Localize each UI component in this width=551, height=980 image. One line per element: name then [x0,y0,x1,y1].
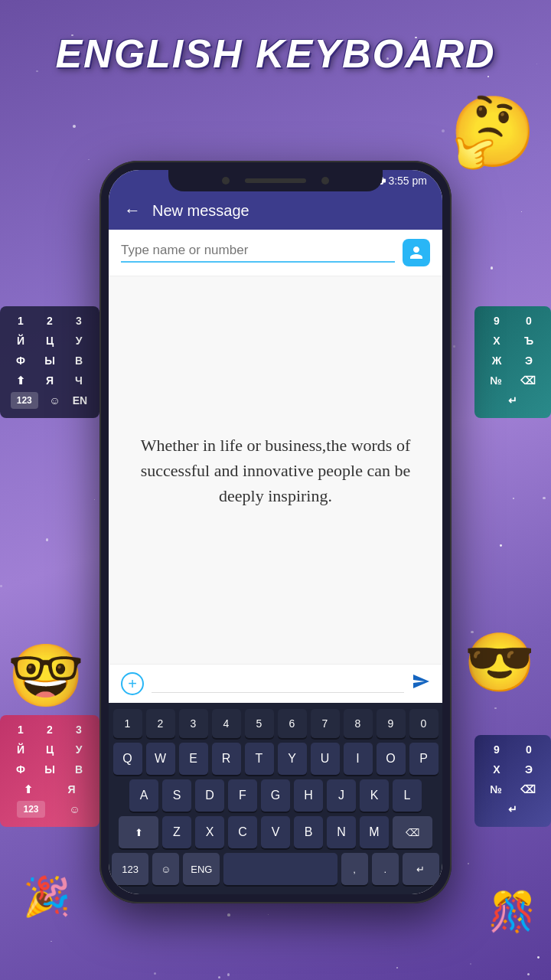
language-key[interactable]: ENG [183,853,220,885]
to-field-container[interactable] [109,230,442,276]
phone-screen: 3:55 pm ← New message Whether in life or… [109,170,442,894]
side-keyboard-left-bottom: 1 2 3 Й Ц У Ф Ы В ⬆ Я 123 ☺ [0,715,99,827]
key-c[interactable]: C [228,816,257,848]
key-b[interactable]: B [294,816,323,848]
asdf-row: A S D F G H J K L [112,779,439,812]
side-key: Ж [489,352,504,369]
key-3[interactable]: 3 [179,709,208,738]
key-2[interactable]: 2 [146,709,175,738]
side-key: Х [489,761,504,778]
side-key: Ъ [521,332,536,349]
bottom-key-row: 123 ☺ ENG , . ↵ [112,853,439,885]
side-key: 0 [521,741,536,758]
side-key: В [71,352,86,369]
key-d[interactable]: D [195,779,224,812]
message-area: Whether in life or business,the words of… [109,276,442,664]
key-n[interactable]: N [327,816,356,848]
side-key: Ф [13,352,28,369]
side-key: 9 [489,312,504,329]
side-keyboard-left-top: 1 2 3 Й Ц У Ф Ы В ⬆ Я Ч 123 ☺ EN [0,306,99,418]
navigation-bar: ← New message [109,191,442,230]
side-key: Я [42,372,57,389]
key-t[interactable]: T [245,743,274,775]
side-key: 2 [42,312,57,329]
numbers-switch-key[interactable]: 123 [112,853,148,885]
key-4[interactable]: 4 [212,709,241,738]
key-m[interactable]: M [360,816,389,848]
contact-add-icon[interactable] [403,239,430,266]
side-key: Я [64,781,80,798]
phone-frame: 3:55 pm ← New message Whether in life or… [99,161,452,903]
side-key: ↵ [505,392,520,409]
key-5[interactable]: 5 [245,709,274,738]
shift-key[interactable]: ⬆ [119,816,158,848]
message-input[interactable] [152,675,404,693]
side-key: ⌫ [519,781,537,798]
side-key: 2 [42,721,57,738]
side-key: № [488,372,504,389]
add-attachment-button[interactable]: + [121,672,144,695]
side-key: 1 [13,721,28,738]
input-bar: + [109,664,442,703]
back-button[interactable]: ← [124,201,141,220]
side-key: Х [489,332,504,349]
key-9[interactable]: 9 [377,709,406,738]
confetti-left: 🎉 [23,874,70,919]
side-keyboard-right-bottom: 9 0 Х Э № ⌫ ↵ [474,735,551,827]
key-v[interactable]: V [261,816,290,848]
side-key: Ф [13,761,28,778]
key-y[interactable]: Y [278,743,307,775]
key-h[interactable]: H [294,779,323,812]
key-l[interactable]: L [393,779,422,812]
side-key: ☺ [67,801,83,818]
key-r[interactable]: R [212,743,241,775]
side-key: ⬆ [21,781,36,798]
send-button[interactable] [412,672,430,695]
side-key: В [71,761,86,778]
side-key: Й [13,332,28,349]
key-i[interactable]: I [344,743,373,775]
key-p[interactable]: P [409,743,439,775]
emoji-key[interactable]: ☺ [152,853,179,885]
key-f[interactable]: F [228,779,257,812]
side-key: Э [521,761,536,778]
side-key: У [71,741,86,758]
side-key: У [71,332,86,349]
key-g[interactable]: G [261,779,290,812]
side-key: 123 [17,801,44,818]
key-z[interactable]: Z [162,816,191,848]
qwerty-row: Q W E R T Y U I O P [112,743,439,775]
comma-key[interactable]: , [341,853,368,885]
zxcv-row: ⬆ Z X C V B N M ⌫ [112,816,439,848]
key-1[interactable]: 1 [113,709,142,738]
key-s[interactable]: S [162,779,191,812]
quote-text: Whether in life or business,the words of… [124,433,427,508]
side-key: Ц [42,741,57,758]
side-key: ↵ [505,801,520,818]
key-e[interactable]: E [179,743,208,775]
nav-title: New message [152,202,249,220]
period-key[interactable]: . [372,853,399,885]
key-j[interactable]: J [327,779,356,812]
key-w[interactable]: W [146,743,175,775]
key-k[interactable]: K [360,779,389,812]
side-key: Ч [71,372,86,389]
key-u[interactable]: U [311,743,340,775]
keyboard[interactable]: 1 2 3 4 5 6 7 8 9 0 Q W E R T Y U I [109,703,442,894]
key-o[interactable]: O [377,743,406,775]
key-x[interactable]: X [195,816,224,848]
key-0[interactable]: 0 [409,709,439,738]
enter-key[interactable]: ↵ [403,853,439,885]
backspace-key[interactable]: ⌫ [393,816,432,848]
speaker-bar [245,178,306,183]
key-a[interactable]: A [129,779,158,812]
emoji-nerd: 🤓 [8,640,84,712]
key-7[interactable]: 7 [311,709,340,738]
key-6[interactable]: 6 [278,709,307,738]
key-8[interactable]: 8 [344,709,373,738]
recipient-input[interactable] [121,243,395,263]
emoji-cool: 😎 [464,629,536,697]
side-key: ⬆ [13,372,28,389]
key-q[interactable]: Q [113,743,142,775]
space-key[interactable] [223,853,337,885]
